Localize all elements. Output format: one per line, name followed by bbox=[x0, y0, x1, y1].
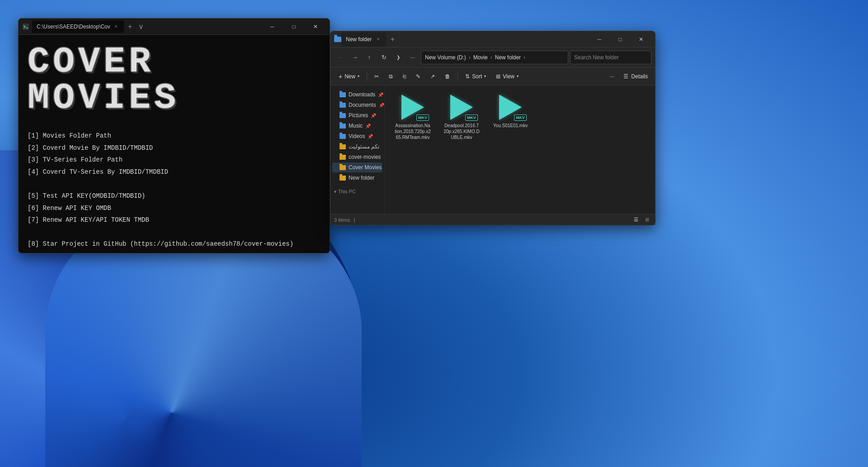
sort-icon: ⇅ bbox=[465, 73, 470, 80]
terminal-new-tab-btn[interactable]: + bbox=[124, 20, 137, 33]
address-search[interactable]: Search New folder bbox=[570, 51, 651, 64]
toolbar-delete-btn[interactable]: 🗑 bbox=[440, 70, 455, 83]
sidebar-music-label: Music bbox=[349, 123, 363, 129]
sidebar-item-cover-movies[interactable]: Cover Movies bbox=[332, 162, 382, 172]
view-grid-btn[interactable]: ⊞ bbox=[642, 215, 651, 224]
explorer-tab-close-btn[interactable]: × bbox=[374, 36, 382, 43]
toolbar-details-btn[interactable]: ☰ Details bbox=[620, 73, 651, 80]
terminal-close-btn[interactable]: ✕ bbox=[305, 20, 326, 33]
terminal-minimize-btn[interactable]: ─ bbox=[262, 20, 283, 33]
menu-spacer-2 bbox=[28, 226, 321, 238]
documents-pin-icon: 📌 bbox=[379, 103, 384, 108]
music-pin-icon: 📌 bbox=[365, 124, 371, 129]
sidebar-item-documents[interactable]: Documents 📌 bbox=[332, 100, 382, 110]
this-pc-chevron: ▾ bbox=[334, 189, 336, 194]
cut-icon: ✂ bbox=[374, 73, 379, 80]
videos-folder-icon bbox=[340, 134, 346, 139]
terminal-tab-label: C:\Users\SAEED\Desktop\Cov bbox=[37, 24, 110, 30]
sidebar-item-pictures[interactable]: Pictures 📌 bbox=[332, 110, 382, 120]
menu-item-8[interactable]: [8] Star Project in GitHub (https://gith… bbox=[28, 238, 321, 250]
sort-dropdown-icon: ▾ bbox=[484, 74, 486, 78]
sidebar-nav: Downloads 📌 Documents 📌 Pictures 📌 Music… bbox=[330, 86, 385, 214]
sidebar-item-cover-movies-lower[interactable]: cover-movies bbox=[332, 152, 382, 162]
explorer-new-tab-btn[interactable]: + bbox=[386, 33, 399, 46]
sidebar-item-music[interactable]: Music 📌 bbox=[332, 121, 382, 131]
cover-movies-lower-folder-icon bbox=[340, 155, 346, 160]
new-folder-icon bbox=[340, 176, 346, 181]
terminal-menu: [1] Movies Folder Path [2] Coverd Movie … bbox=[28, 130, 321, 250]
toolbar-new-btn[interactable]: + New ▾ bbox=[334, 70, 364, 83]
toolbar-paste-btn[interactable]: ⎗ bbox=[398, 70, 410, 83]
path-sep-3: › bbox=[524, 54, 525, 61]
terminal-icon bbox=[22, 23, 29, 30]
terminal-window-controls: ─ □ ✕ bbox=[262, 20, 326, 33]
menu-item-6[interactable]: [6] Renew API KEY OMDB bbox=[28, 202, 321, 214]
sidebar-item-masooliat[interactable]: تکم مسئولیت bbox=[332, 142, 382, 152]
nav-forward-btn[interactable]: → bbox=[349, 51, 361, 64]
view-list-btn[interactable]: ☰ bbox=[632, 215, 641, 224]
terminal-maximize-btn[interactable]: □ bbox=[283, 20, 304, 33]
menu-item-7[interactable]: [7] Renew API KEY/API TOKEN TMDB bbox=[28, 214, 321, 226]
status-separator: | bbox=[354, 217, 355, 223]
explorer-close-btn[interactable]: ✕ bbox=[631, 32, 651, 47]
menu-item-3[interactable]: [3] TV-Series Folder Path bbox=[28, 154, 321, 166]
terminal-tab[interactable]: C:\Users\SAEED\Desktop\Cov × bbox=[32, 20, 124, 33]
toolbar-view-btn[interactable]: ⊞ View ▾ bbox=[491, 70, 523, 83]
path-newfolder[interactable]: New folder bbox=[495, 54, 521, 61]
you-filename: You.S01E01.mkv bbox=[493, 123, 528, 129]
sidebar-masooliat-label: تکم مسئولیت bbox=[349, 143, 379, 150]
toolbar-cut-btn[interactable]: ✂ bbox=[370, 70, 383, 83]
sidebar-videos-label: Videos bbox=[349, 133, 365, 139]
sidebar-item-videos[interactable]: Videos 📌 bbox=[332, 131, 382, 141]
terminal-dropdown-btn[interactable]: ∨ bbox=[137, 20, 146, 33]
app-logo: COVER MOVIES bbox=[28, 44, 321, 116]
music-folder-icon bbox=[340, 124, 346, 129]
sidebar-downloads-label: Downloads bbox=[349, 91, 375, 98]
pictures-pin-icon: 📌 bbox=[371, 113, 376, 118]
menu-item-4[interactable]: [4] Coverd TV-Series By IMDBID/TMDBID bbox=[28, 166, 321, 178]
nav-back-btn[interactable]: ← bbox=[334, 51, 347, 64]
explorer-minimize-btn[interactable]: ─ bbox=[589, 32, 610, 47]
toolbar-more-btn[interactable]: ··· bbox=[605, 70, 619, 83]
view-toggle-buttons: ☰ ⊞ bbox=[632, 215, 651, 224]
menu-item-1[interactable]: [1] Movies Folder Path bbox=[28, 130, 321, 142]
sidebar-this-pc-header[interactable]: ▾ This PC bbox=[330, 187, 384, 196]
deadpool-mkv-icon: MKV bbox=[445, 94, 478, 121]
cover-movies-folder-icon bbox=[340, 165, 346, 170]
nav-more-btn[interactable]: ··· bbox=[406, 51, 419, 64]
explorer-tab[interactable]: New folder × bbox=[341, 32, 386, 47]
toolbar-copy-btn[interactable]: ⧉ bbox=[384, 70, 397, 83]
sidebar-item-downloads[interactable]: Downloads 📌 bbox=[332, 90, 382, 100]
nav-chevron-btn[interactable]: ❯ bbox=[392, 51, 405, 64]
deadpool-filename: Deadpool.2016.720p.x265.KIMO.DUBLE.mkv bbox=[443, 123, 479, 140]
toolbar-share-btn[interactable]: ↗ bbox=[426, 70, 439, 83]
toolbar-rename-btn[interactable]: ✎ bbox=[411, 70, 425, 83]
toolbar-sep-1 bbox=[367, 72, 367, 81]
path-root[interactable]: New Volume (D:) bbox=[425, 54, 466, 61]
nav-up-btn[interactable]: ↑ bbox=[363, 51, 376, 64]
paste-icon: ⎗ bbox=[403, 73, 406, 80]
explorer-tab-label: New folder bbox=[346, 36, 372, 43]
menu-item-5[interactable]: [5] Test API KEY(OMDBID/TMDBID) bbox=[28, 190, 321, 202]
you-mkv-icon: MKV bbox=[494, 94, 527, 121]
file-item-deadpool[interactable]: MKV Deadpool.2016.720p.x265.KIMO.DUBLE.m… bbox=[439, 91, 484, 143]
explorer-maximize-btn[interactable]: □ bbox=[610, 32, 631, 47]
path-movie[interactable]: Movie bbox=[473, 54, 488, 61]
videos-pin-icon: 📌 bbox=[368, 134, 373, 139]
terminal-window: C:\Users\SAEED\Desktop\Cov × + ∨ ─ □ ✕ C… bbox=[18, 18, 330, 253]
explorer-toolbar: + New ▾ ✂ ⧉ ⎗ ✎ ↗ 🗑 ⇅ Sort ▾ ⊞ bbox=[330, 67, 655, 86]
nav-refresh-btn[interactable]: ↻ bbox=[377, 51, 390, 64]
sidebar-item-new-folder[interactable]: New folder bbox=[332, 173, 382, 183]
terminal-tab-close-btn[interactable]: × bbox=[113, 24, 119, 30]
copy-icon: ⧉ bbox=[389, 73, 393, 80]
address-path[interactable]: New Volume (D:) › Movie › New folder › bbox=[421, 51, 568, 64]
menu-item-2[interactable]: [2] Coverd Movie By IMDBID/TMDBID bbox=[28, 142, 321, 154]
file-item-you[interactable]: MKV You.S01E01.mkv bbox=[488, 91, 533, 143]
sidebar-pictures-label: Pictures bbox=[349, 112, 368, 119]
toolbar-sort-btn[interactable]: ⇅ Sort ▾ bbox=[461, 70, 491, 83]
assassination-filename: Assassination.Nation.2018.720p.x265.RMTe… bbox=[395, 123, 431, 140]
assassination-mkv-icon: MKV bbox=[396, 94, 429, 121]
logo-cover-text: COVER bbox=[28, 44, 321, 80]
downloads-pin-icon: 📌 bbox=[378, 92, 383, 97]
file-item-assassination[interactable]: MKV Assassination.Nation.2018.720p.x265.… bbox=[390, 91, 435, 143]
